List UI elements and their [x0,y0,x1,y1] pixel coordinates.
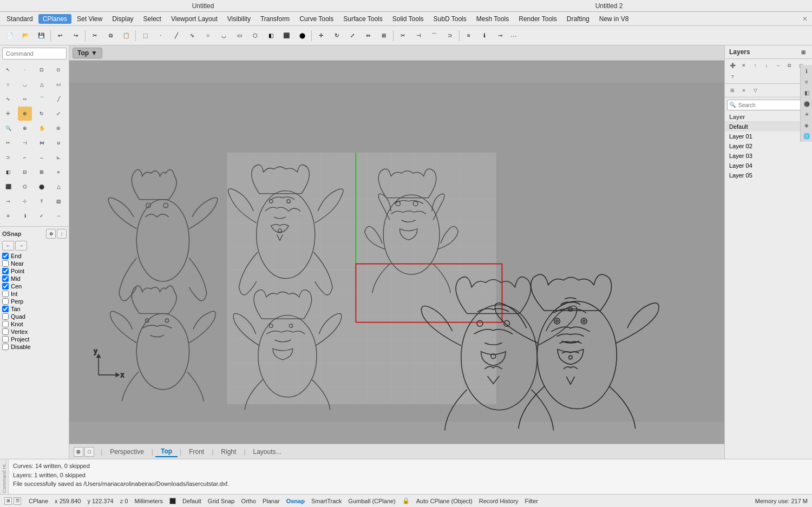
tb-copy[interactable]: ⧉ [103,28,118,43]
sidebar-render[interactable]: ⬤ [802,98,811,108]
tool-orbit[interactable]: ⊚ [51,121,66,135]
layer-05[interactable]: Layer 05 [725,170,812,180]
osnap-prev[interactable]: ← [2,241,14,251]
tool-line[interactable]: ╱ [51,92,66,106]
menu-new-v8[interactable]: New in V8 [595,14,633,24]
tool-dim2[interactable]: ⊹ [18,194,32,208]
osnap-checkbox-point[interactable] [2,268,9,274]
layer-up[interactable]: ↑ [750,60,761,71]
menu-subd-tools[interactable]: SubD Tools [429,14,471,24]
tool-circle[interactable]: ○ [1,77,15,91]
osnap-checkbox-knot[interactable] [2,321,9,327]
tb-mirror[interactable]: ⇔ [361,28,376,43]
viewport-canvas[interactable]: x y [69,61,724,444]
osnap-checkbox-perp[interactable] [2,298,9,305]
status-record-history[interactable]: Record History [479,498,519,504]
layer-default[interactable]: Default ❯ [725,122,812,131]
layer-move-obj[interactable]: → [772,60,783,71]
tool-rect[interactable]: ▭ [51,77,66,91]
layer-01[interactable]: Layer 01 [725,131,812,141]
menu-display[interactable]: Display [108,14,137,24]
tool-props[interactable]: ℹ [18,209,32,223]
tb-paste[interactable]: 📋 [119,28,134,43]
menu-surface-tools[interactable]: Surface Tools [339,14,387,24]
layer-help[interactable]: ? [727,71,738,82]
osnap-item-mid[interactable]: Mid [2,275,67,282]
tool-text[interactable]: T [35,194,49,208]
tool-move2[interactable]: ⊕ [18,107,32,121]
osnap-item-point[interactable]: Point [2,267,67,275]
status-lock[interactable]: 🔒 [402,497,410,504]
menu-setview[interactable]: Set View [73,14,107,24]
viewport-label[interactable]: Top ▼ [73,48,102,58]
layer-04[interactable]: Layer 04 [725,161,812,170]
menu-mesh-tools[interactable]: Mesh Tools [472,14,513,24]
sidebar-env[interactable]: 🌐 [802,131,811,141]
menu-select[interactable]: Select [139,14,166,24]
tool-blend[interactable]: ⌣ [35,150,49,164]
viewport-single-icon[interactable]: □ [84,447,94,457]
tab-layouts[interactable]: Layouts... [247,447,286,457]
menu-render-tools[interactable]: Render Tools [514,14,561,24]
status-list-btn[interactable]: ☰ [14,497,21,505]
osnap-item-quad[interactable]: Quad [2,313,67,320]
tb-open[interactable]: 📂 [18,28,33,43]
osnap-checkbox-vertex[interactable] [2,328,9,335]
layer-new[interactable]: ➕ [727,60,738,71]
status-ortho[interactable]: Ortho [241,498,256,504]
osnap-checkbox-disable[interactable] [2,344,9,350]
tool-surface2[interactable]: ⊟ [18,165,32,179]
tb-scale[interactable]: ⤢ [345,28,360,43]
status-osnap[interactable]: Osnap [286,498,305,504]
tb-offset[interactable]: ⊃ [442,28,457,43]
tb-circle[interactable]: ○ [200,28,215,43]
tool-curve1[interactable]: ∿ [1,92,15,106]
sidebar-display2[interactable]: ◧ [802,88,811,97]
tb-rotate[interactable]: ↻ [329,28,344,43]
tool-move[interactable]: ✛ [1,107,15,121]
tool-surface3[interactable]: ⊠ [35,165,49,179]
osnap-checkbox-project[interactable] [2,336,9,343]
osnap-checkbox-tan[interactable] [2,306,9,312]
menu-cplanes[interactable]: CPlanes [38,14,71,24]
tool-surface4[interactable]: ⋄ [51,165,66,179]
tool-zoom[interactable]: 🔍 [1,121,15,135]
layer-list[interactable]: ≡ [738,85,749,96]
osnap-item-knot[interactable]: Knot [2,320,67,328]
tb-pt[interactable]: · [153,28,168,43]
menu-curve-tools[interactable]: Curve Tools [295,14,338,24]
menu-drafting[interactable]: Drafting [562,14,594,24]
tb-box[interactable]: ⬛ [279,28,294,43]
tb-redo[interactable]: ↪ [68,28,83,43]
tool-extend[interactable]: ⊣ [18,136,32,150]
osnap-checkbox-end[interactable] [2,253,9,259]
sidebar-light[interactable]: ☀ [802,109,811,119]
layers-search-input[interactable] [727,100,810,110]
tb-save[interactable]: 💾 [34,28,49,43]
tool-split[interactable]: ⋈ [35,136,49,150]
osnap-item-project[interactable]: Project [2,335,67,343]
osnap-item-int[interactable]: Int [2,290,67,298]
tool-dim[interactable]: ⊸ [1,194,15,208]
tb-trim[interactable]: ✂ [395,28,410,43]
tb-move[interactable]: ✛ [313,28,329,43]
tb-dim[interactable]: ⊸ [493,28,508,43]
tool-scale[interactable]: ⤢ [51,107,66,121]
tool-offset[interactable]: ⊃ [1,150,15,164]
tool-cylinder[interactable]: ⌬ [18,180,32,194]
tb-surface[interactable]: ◧ [263,28,278,43]
menu-standard[interactable]: Standard [2,14,37,24]
tb-array[interactable]: ⊞ [376,28,391,43]
tb-select[interactable]: ⬚ [137,28,153,43]
tb-polygon[interactable]: ⬡ [247,28,263,43]
osnap-item-cen[interactable]: Cen [2,282,67,290]
menu-transform[interactable]: Transform [256,14,294,24]
tool-sphere[interactable]: ⬤ [35,180,49,194]
osnap-checkbox-near[interactable] [2,260,9,267]
osnap-item-tan[interactable]: Tan [2,305,67,313]
command-input[interactable] [2,48,67,60]
osnap-filter[interactable]: ⋮ [57,229,67,239]
osnap-next[interactable]: → [15,241,27,251]
tool-box[interactable]: ⬛ [1,180,15,194]
layer-delete[interactable]: ✕ [738,60,749,71]
